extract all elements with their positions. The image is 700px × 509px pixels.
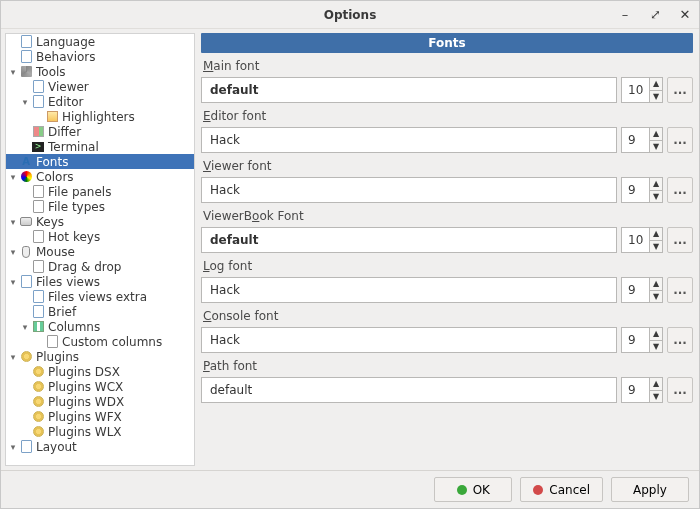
font-browse-button[interactable]: ... (667, 327, 693, 353)
page-icon (18, 49, 34, 65)
font-size-value[interactable]: 9 (621, 127, 649, 153)
tree-item-drag-drop[interactable]: ▸Drag & drop (6, 259, 194, 274)
page-icon (18, 274, 34, 290)
spin-down-icon[interactable]: ▼ (649, 91, 663, 104)
tree-item-plugins-wfx[interactable]: ▸Plugins WFX (6, 409, 194, 424)
content-panel: Fonts Main font10▲▼...Editor font9▲▼...V… (195, 29, 699, 470)
font-name-input[interactable] (201, 77, 617, 103)
close-button[interactable]: ✕ (675, 5, 695, 25)
tree-item-editor[interactable]: ▾Editor (6, 94, 194, 109)
tree-item-colors[interactable]: ▾Colors (6, 169, 194, 184)
spin-down-icon[interactable]: ▼ (649, 241, 663, 254)
font-browse-button[interactable]: ... (667, 277, 693, 303)
font-browse-button[interactable]: ... (667, 377, 693, 403)
font-row: 10▲▼... (201, 227, 693, 253)
tree-item-file-types[interactable]: ▸File types (6, 199, 194, 214)
tree-item-differ[interactable]: ▸Differ (6, 124, 194, 139)
spin-up-icon[interactable]: ▲ (649, 77, 663, 91)
font-group: ViewerBook Font10▲▼... (201, 209, 693, 253)
font-size-spinner[interactable]: 9▲▼ (621, 377, 663, 403)
font-size-spinner[interactable]: 10▲▼ (621, 227, 663, 253)
font-group: Editor font9▲▼... (201, 109, 693, 153)
font-name-input[interactable] (201, 277, 617, 303)
page-icon (30, 289, 46, 305)
font-size-value[interactable]: 9 (621, 327, 649, 353)
cancel-button[interactable]: Cancel (520, 477, 603, 502)
options-tree[interactable]: ▸Language ▸Behaviors ▾Tools ▸Viewer ▾Edi… (5, 33, 195, 466)
font-name-input[interactable] (201, 327, 617, 353)
spin-down-icon[interactable]: ▼ (649, 191, 663, 204)
tree-item-hot-keys[interactable]: ▸Hot keys (6, 229, 194, 244)
collapse-icon[interactable]: ▾ (8, 277, 18, 287)
font-name-input[interactable] (201, 227, 617, 253)
font-name-input[interactable] (201, 127, 617, 153)
tree-item-viewer[interactable]: ▸Viewer (6, 79, 194, 94)
tree-item-files-views-extra[interactable]: ▸Files views extra (6, 289, 194, 304)
tree-item-highlighters[interactable]: ▸Highlighters (6, 109, 194, 124)
page-icon (18, 34, 34, 50)
spin-up-icon[interactable]: ▲ (649, 177, 663, 191)
font-size-spinner[interactable]: 9▲▼ (621, 127, 663, 153)
plugin-icon (30, 394, 46, 410)
font-size-value[interactable]: 10 (621, 227, 649, 253)
ok-button[interactable]: OK (434, 477, 512, 502)
maximize-button[interactable]: ⤢ (645, 5, 665, 25)
tree-item-fonts[interactable]: ▸AFonts (6, 154, 194, 169)
spin-down-icon[interactable]: ▼ (649, 141, 663, 154)
tree-item-custom-columns[interactable]: ▸Custom columns (6, 334, 194, 349)
spin-down-icon[interactable]: ▼ (649, 341, 663, 354)
tree-item-files-views[interactable]: ▾Files views (6, 274, 194, 289)
font-size-spinner[interactable]: 9▲▼ (621, 177, 663, 203)
spin-up-icon[interactable]: ▲ (649, 327, 663, 341)
tree-item-layout[interactable]: ▾Layout (6, 439, 194, 454)
collapse-icon[interactable]: ▾ (8, 67, 18, 77)
tree-item-file-panels[interactable]: ▸File panels (6, 184, 194, 199)
tree-item-tools[interactable]: ▾Tools (6, 64, 194, 79)
font-browse-button[interactable]: ... (667, 77, 693, 103)
page-icon (30, 229, 46, 245)
tree-item-terminal[interactable]: ▸Terminal (6, 139, 194, 154)
font-size-spinner[interactable]: 9▲▼ (621, 327, 663, 353)
apply-button[interactable]: Apply (611, 477, 689, 502)
font-name-input[interactable] (201, 377, 617, 403)
font-browse-button[interactable]: ... (667, 227, 693, 253)
tree-item-plugins-dsx[interactable]: ▸Plugins DSX (6, 364, 194, 379)
tree-item-columns[interactable]: ▾Columns (6, 319, 194, 334)
plugin-icon (30, 364, 46, 380)
minimize-button[interactable]: – (615, 5, 635, 25)
font-size-value[interactable]: 9 (621, 277, 649, 303)
font-size-value[interactable]: 10 (621, 77, 649, 103)
tree-item-plugins-wcx[interactable]: ▸Plugins WCX (6, 379, 194, 394)
tree-item-plugins[interactable]: ▾Plugins (6, 349, 194, 364)
spin-up-icon[interactable]: ▲ (649, 227, 663, 241)
font-group: Viewer font9▲▼... (201, 159, 693, 203)
collapse-icon[interactable]: ▾ (8, 247, 18, 257)
font-name-input[interactable] (201, 177, 617, 203)
expand-icon[interactable]: ▾ (8, 442, 18, 452)
font-size-value[interactable]: 9 (621, 177, 649, 203)
spin-up-icon[interactable]: ▲ (649, 127, 663, 141)
spin-up-icon[interactable]: ▲ (649, 277, 663, 291)
tree-item-behaviors[interactable]: ▸Behaviors (6, 49, 194, 64)
tree-item-language[interactable]: ▸Language (6, 34, 194, 49)
tree-item-keys[interactable]: ▾Keys (6, 214, 194, 229)
collapse-icon[interactable]: ▾ (20, 97, 30, 107)
tree-item-mouse[interactable]: ▾Mouse (6, 244, 194, 259)
tree-item-plugins-wlx[interactable]: ▸Plugins WLX (6, 424, 194, 439)
spin-up-icon[interactable]: ▲ (649, 377, 663, 391)
font-size-value[interactable]: 9 (621, 377, 649, 403)
collapse-icon[interactable]: ▾ (8, 217, 18, 227)
page-icon (18, 439, 34, 455)
collapse-icon[interactable]: ▾ (20, 322, 30, 332)
font-group: Main font10▲▼... (201, 59, 693, 103)
font-browse-button[interactable]: ... (667, 127, 693, 153)
font-browse-button[interactable]: ... (667, 177, 693, 203)
font-size-spinner[interactable]: 10▲▼ (621, 77, 663, 103)
tree-item-plugins-wdx[interactable]: ▸Plugins WDX (6, 394, 194, 409)
font-size-spinner[interactable]: 9▲▼ (621, 277, 663, 303)
collapse-icon[interactable]: ▾ (8, 172, 18, 182)
spin-down-icon[interactable]: ▼ (649, 291, 663, 304)
spin-down-icon[interactable]: ▼ (649, 391, 663, 404)
collapse-icon[interactable]: ▾ (8, 352, 18, 362)
tree-item-brief[interactable]: ▸Brief (6, 304, 194, 319)
